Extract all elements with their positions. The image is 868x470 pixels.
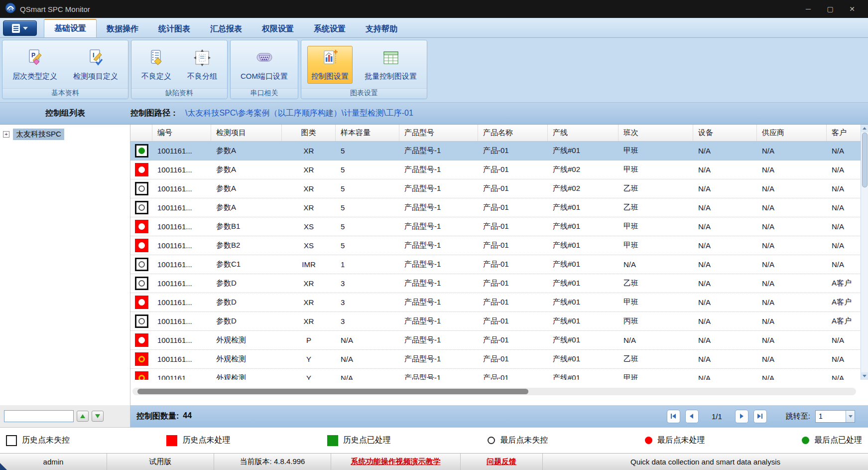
tab-2[interactable]: 数据操作 (97, 20, 148, 37)
horizontal-scrollbar-thumb[interactable] (137, 389, 528, 394)
inspection-item-define-button[interactable]: I检测项目定义 (69, 46, 122, 84)
cell-sample_size: N/A (336, 331, 399, 349)
table-row[interactable]: 1001161...参数C1IMR1产品型号-1产品-01产线#01N/AN/A… (130, 255, 868, 274)
tab-1[interactable]: 基础设置 (44, 19, 97, 37)
cell-chart_type: XR (282, 179, 336, 198)
search-down-button[interactable] (92, 411, 104, 422)
ribbon-group-label: 串口相关 (231, 88, 298, 99)
cell-model: 产品型号-1 (399, 217, 478, 236)
vertical-scrollbar[interactable] (861, 125, 868, 380)
vertical-scrollbar-thumb[interactable] (862, 133, 868, 187)
cell-sample_size: 5 (336, 142, 399, 160)
control-chart-icon (321, 48, 340, 69)
close-button[interactable]: ✕ (841, 0, 863, 18)
chevron-down-icon[interactable] (846, 411, 855, 422)
status-cell (130, 274, 152, 293)
tab-6[interactable]: 系统设置 (304, 20, 356, 37)
cell-shift: 甲班 (619, 369, 693, 380)
cell-product: 产品-01 (478, 160, 548, 179)
table-row[interactable]: 1001161...参数AXR5产品型号-1产品-01产线#01乙班N/AN/A… (130, 198, 868, 217)
scroll-down-icon[interactable] (861, 372, 868, 380)
tree-node-root[interactable]: + 太友科技SPC (3, 129, 127, 140)
cell-sample_size: N/A (336, 369, 399, 380)
table-row[interactable]: 1001161...参数AXR5产品型号-1产品-01产线#02乙班N/AN/A… (130, 179, 868, 198)
cell-model: 产品型号-1 (399, 179, 478, 198)
scroll-up-icon[interactable] (861, 125, 868, 132)
tab-4[interactable]: 汇总报表 (200, 20, 252, 37)
edition-label: 试用版 (107, 454, 214, 470)
cell-chart_type: P (282, 331, 336, 349)
cell-shift: 甲班 (619, 236, 693, 255)
column-header-line[interactable]: 产线 (548, 125, 619, 141)
status-legend: 历史点未失控历史点未处理历史点已处理最后点未失控最后点未处理最后点已处理 (0, 427, 868, 453)
tutorial-link[interactable]: 系统功能操作视频演示教学 (351, 457, 441, 467)
last-page-icon (756, 412, 764, 420)
column-header-model[interactable]: 产品型号 (399, 125, 478, 141)
column-header-chart_type[interactable]: 图类 (282, 125, 336, 141)
ribbon-button-label: 不良分组 (187, 72, 217, 81)
search-up-button[interactable] (77, 411, 89, 422)
tree-expander-icon[interactable]: + (3, 131, 9, 138)
first-page-icon (669, 412, 677, 420)
column-header-product[interactable]: 产品名称 (478, 125, 548, 141)
first-page-button[interactable] (667, 410, 680, 423)
cell-sample_size: 3 (336, 312, 399, 330)
cell-no: 1001161... (152, 217, 211, 236)
next-page-button[interactable] (735, 410, 748, 423)
cell-chart_type: XR (282, 198, 336, 217)
last-page-button[interactable] (753, 410, 767, 423)
column-header-supplier[interactable]: 供应商 (757, 125, 827, 141)
column-header-device[interactable]: 设备 (693, 125, 757, 141)
table-row[interactable]: 1001161...参数AXR5产品型号-1产品-01产线#01甲班N/AN/A… (130, 142, 868, 160)
table-row[interactable]: 1001161...参数AXR5产品型号-1产品-01产线#02甲班N/AN/A… (130, 160, 868, 179)
table-row[interactable]: 1001161...参数B1XS5产品型号-1产品-01产线#01甲班N/AN/… (130, 217, 868, 236)
hierarchy-define-button[interactable]: P层次类型定义 (8, 46, 61, 84)
defect-group-button[interactable]: 不良分组 (183, 46, 221, 84)
horizontal-scrollbar[interactable] (132, 388, 856, 395)
previous-page-button[interactable] (685, 410, 699, 423)
cell-model: 产品型号-1 (399, 255, 478, 274)
cell-device: N/A (693, 179, 757, 198)
cell-no: 1001161... (152, 255, 211, 274)
batch-control-chart-button[interactable]: 批量控制图设置 (361, 46, 421, 84)
batch-control-chart-icon (381, 48, 400, 69)
cell-device: N/A (693, 217, 757, 236)
com-port-button[interactable]: COM端口设置 (237, 46, 292, 84)
tab-5[interactable]: 权限设置 (252, 20, 304, 37)
window-title: QSmart SPC Monitor (20, 5, 90, 13)
table-row[interactable]: 1001161...参数DXR3产品型号-1产品-01产线#01乙班N/AN/A… (130, 274, 868, 293)
cell-sample_size: N/A (336, 350, 399, 368)
table-row[interactable]: 1001161...外观检测PN/A产品型号-1产品-01产线#01N/AN/A… (130, 331, 868, 350)
table-row[interactable]: 1001161...外观检测YN/A产品型号-1产品-01产线#01乙班N/AN… (130, 350, 868, 369)
table-row[interactable]: 1001161...参数B2XS5产品型号-1产品-01产线#01甲班N/AN/… (130, 236, 868, 255)
cell-product: 产品-01 (478, 198, 548, 217)
jump-to-select[interactable]: 1 (815, 410, 855, 423)
defect-define-button[interactable]: 不良定义 (137, 46, 175, 84)
column-header-no[interactable]: 编号 (152, 125, 211, 141)
legend-label: 最后点已处理 (814, 435, 862, 446)
cell-chart_type: XS (282, 217, 336, 236)
column-header-sample_size[interactable]: 样本容量 (336, 125, 399, 141)
control-chart-button[interactable]: 控制图设置 (307, 46, 353, 84)
ribbon-group: 控制图设置批量控制图设置图表设置 (301, 40, 427, 99)
minimize-button[interactable]: ─ (797, 0, 819, 18)
white-hollow-status-icon (135, 182, 148, 195)
tab-7[interactable]: 支持帮助 (356, 20, 407, 37)
white-hollow-status-icon (135, 314, 148, 328)
tree-search-input[interactable] (4, 410, 74, 422)
cell-supplier: N/A (757, 293, 827, 312)
tab-3[interactable]: 统计图表 (148, 20, 200, 37)
red-white-dot-status-icon (135, 220, 148, 233)
cell-line: 产线#01 (548, 369, 619, 380)
white-hollow-status-icon (135, 201, 148, 214)
maximize-button[interactable]: ▢ (819, 0, 841, 18)
feedback-link[interactable]: 问题反馈 (487, 457, 516, 467)
column-header-shift[interactable]: 班次 (619, 125, 693, 141)
column-header-item[interactable]: 检测项目 (211, 125, 282, 141)
table-row[interactable]: 1001161...参数DXR3产品型号-1产品-01产线#01甲班N/AN/A… (130, 293, 868, 312)
table-row[interactable]: 1001161...参数DXR3产品型号-1产品-01产线#01丙班N/AN/A… (130, 312, 868, 331)
app-menu-button[interactable] (3, 20, 37, 36)
table-row[interactable]: 1001161...外观检测YN/A产品型号-1产品-01产线#01甲班N/AN… (130, 369, 868, 380)
tree-node-label[interactable]: 太友科技SPC (13, 129, 64, 140)
column-header-status[interactable] (130, 125, 152, 141)
